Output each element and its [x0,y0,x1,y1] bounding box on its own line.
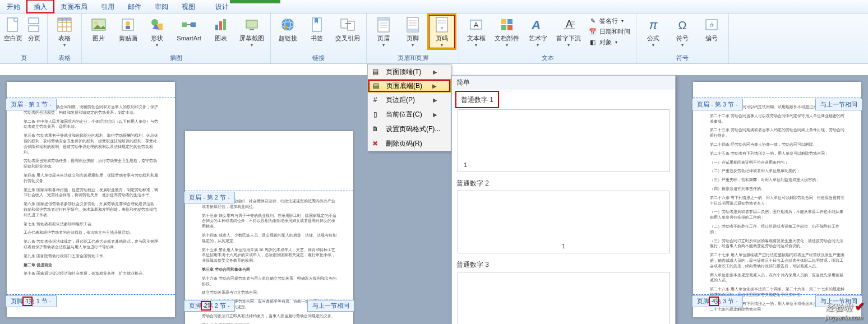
docparts-icon [498,16,516,34]
design-selection-strip [230,0,280,3]
remove-icon: ✖ [368,140,382,147]
symbol-button[interactable]: Ω符号▾ [669,15,696,49]
tab-review[interactable]: 审阅 [148,0,175,13]
footer-boundary [693,294,861,295]
gallery-option-plain3[interactable]: 1 [458,272,670,324]
object-button[interactable]: ◧对象▾ [586,37,632,47]
datetime-icon: 📅 [588,27,597,36]
menu-format-pagenumber[interactable]: 🗎设置页码格式(F)... [368,122,451,136]
header-button[interactable]: 页眉▾ [370,15,397,49]
submenu-arrow-icon: ▶ [433,97,441,103]
page-break-button[interactable]: 分页 [25,15,44,43]
svg-rect-28 [348,21,354,30]
hyperlink-icon [279,16,297,34]
menu-page-top[interactable]: ▤页面顶端(T)▶ [368,64,451,79]
table-icon [56,16,73,34]
watermark: 经验啦 ✔ jingyanla.com [825,299,865,321]
bookmark-button[interactable]: 书签 [303,15,330,43]
chart-icon [212,16,230,34]
smartart-button[interactable]: SmartArt [173,15,205,43]
current-position-icon: ▯ [368,110,382,118]
menu-page-bottom[interactable]: ▤页面底端(B)▶ [368,79,451,92]
svg-rect-47 [501,25,506,30]
blank-page-button[interactable]: 空白页 [3,15,22,43]
ribbon: 空白页 分页 页 表格▾ 表格 图片 剪贴画 形状▾ SmartArt 图表 屏… [0,13,868,64]
svg-rect-1 [29,18,39,24]
hyperlink-button[interactable]: 超链接 [274,15,301,43]
header-tag-1[interactable]: 页眉 - 第 1 节 - [6,99,57,110]
page2-number: 2 [202,302,210,309]
group-illustrations: 图片 剪贴画 形状▾ SmartArt 图表 屏幕截图▾ 插图 [82,13,271,63]
menu-remove-pagenumber[interactable]: ✖删除页码(R) [368,136,451,151]
equation-icon: π [644,16,662,34]
submenu-arrow-icon: ▶ [433,112,441,118]
number-button[interactable]: #编号 [698,15,725,43]
gallery-label-plain3: 普通数字 3 [452,257,675,272]
gallery-option-plain2[interactable]: 1 [458,191,670,253]
tab-design[interactable]: 设计 [209,0,236,13]
signature-icon: ✎ [588,16,597,25]
svg-rect-45 [501,19,506,24]
page3-body: 第二十一条 劳动合同可以约定试用期。试用期最长不得超过六个月。第二十二条 劳动合… [710,104,844,312]
group-links: 超链接 书签 交叉引用 链接 [271,13,367,63]
page1-number: 1 [24,298,31,305]
group-label-hf: 页眉和页脚 [370,53,455,63]
table-button[interactable]: 表格▾ [51,15,78,49]
svg-rect-35 [407,29,418,32]
dropcap-button[interactable]: A首字下沉▾ [553,15,584,49]
svg-rect-8 [58,18,71,21]
clipart-button[interactable]: 剪贴画 [114,15,141,43]
tab-insert[interactable]: 插入 [27,0,54,13]
group-tables: 表格▾ 表格 [48,13,82,63]
group-text: A文本框▾ 文档部件▾ A艺术字▾ A首字下沉▾ ✎签名行▾ 📅日期和时间 ◧对… [459,13,636,63]
docparts-button[interactable]: 文档部件▾ [492,15,522,49]
tab-view[interactable]: 视图 [175,0,202,13]
submenu-arrow-icon: ▶ [432,83,440,89]
footer-icon [404,16,422,34]
equation-button[interactable]: π公式▾ [640,15,667,49]
symbol-icon: Ω [673,16,691,34]
footer-boundary [185,299,353,299]
blank-page-icon [4,16,22,34]
same-as-prev-2[interactable]: 与上一节相同 [307,300,354,312]
svg-rect-21 [246,20,257,28]
group-headerfooter: 页眉▾ 页脚▾ #页码▾ 页眉和页脚 [367,13,459,63]
header-boundary [693,98,861,98]
group-label-links: 链接 [274,53,363,63]
textbox-button[interactable]: A文本框▾ [463,15,490,49]
svg-point-10 [94,21,98,25]
header-tag-2[interactable]: 页眉 - 第 2 节 - [184,192,235,203]
picture-button[interactable]: 图片 [85,15,112,43]
same-as-prev-3h[interactable]: 与上一节相同 [815,99,862,110]
tab-start[interactable]: 开始 [0,0,27,13]
screenshot-button[interactable]: 屏幕截图▾ [237,15,267,49]
gallery-option-plain1[interactable]: 1 [458,109,670,172]
shapes-icon [148,16,166,34]
pagenumber-button[interactable]: #页码▾ [428,15,455,49]
shapes-button[interactable]: 形状▾ [144,15,170,49]
svg-rect-20 [223,19,226,30]
signature-line-button[interactable]: ✎签名行▾ [586,16,632,26]
tab-layout[interactable]: 页面布局 [54,0,94,13]
svg-rect-19 [219,21,222,30]
header-tag-3[interactable]: 页眉 - 第 3 节 - [692,99,743,110]
chart-button[interactable]: 图表 [207,15,234,43]
footer-button[interactable]: 页脚▾ [399,15,426,49]
menu-current-position[interactable]: ▯当前位置(C)▶ [368,107,451,122]
tab-mail[interactable]: 邮件 [121,0,148,13]
group-label-illustrations: 插图 [85,53,267,63]
page-margins-icon: # [368,96,382,104]
tab-references[interactable]: 引用 [94,0,121,13]
svg-rect-13 [126,26,130,29]
menu-page-margins[interactable]: #页边距(P)▶ [368,92,451,107]
footer-boundary [7,294,175,295]
datetime-button[interactable]: 📅日期和时间 [586,26,632,36]
crossref-button[interactable]: 交叉引用 [333,15,363,43]
dropdown-icon: ▾ [63,43,66,48]
picture-icon [90,16,108,34]
page1-body: 第一条 为了完善劳动合同制度，明确劳动合同双方当事人的权利和义务，保护劳动者的合… [24,104,158,276]
wordart-button[interactable]: A艺术字▾ [524,15,551,49]
number-icon: # [703,16,721,34]
svg-point-12 [126,21,130,26]
gallery-label-plain2: 普通数字 2 [452,175,675,191]
